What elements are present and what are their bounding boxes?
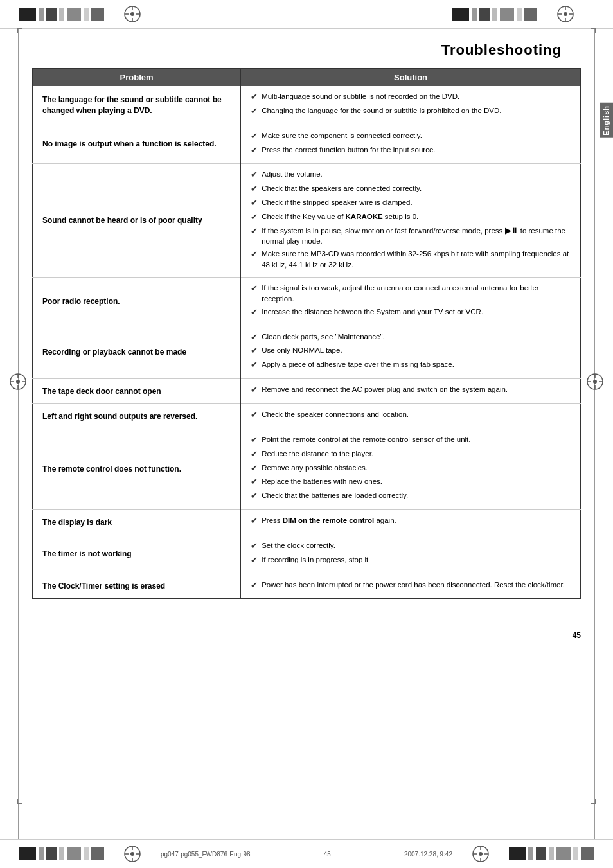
table-row: Left and right sound outputs are reverse…	[33, 404, 581, 429]
solution-text: Increase the distance between the System…	[262, 306, 483, 317]
table-row: Sound cannot be heard or is of poor qual…	[33, 164, 581, 278]
main-content: Troubleshooting Problem Solution The lan…	[0, 29, 613, 624]
compass-icon-middle-left	[9, 373, 27, 391]
corner-tl	[17, 28, 22, 33]
solution-cell-10: ✔Power has been interrupted or the power…	[241, 574, 581, 599]
btm-block-2	[39, 847, 44, 860]
solution-text: Apply a piece of adhesive tape over the …	[262, 359, 454, 370]
check-mark-icon: ✔	[251, 384, 258, 396]
problem-cell-10: The Clock/Timer setting is erased	[33, 574, 241, 599]
compass-icon-middle-right	[586, 373, 604, 391]
btm-block-3	[46, 847, 57, 860]
solution-text: Remove any possible obstacles.	[262, 463, 368, 474]
svg-point-1	[130, 12, 134, 16]
solution-item: ✔Increase the distance between the Syste…	[251, 306, 571, 319]
check-mark-icon: ✔	[251, 91, 258, 103]
solution-text: Reduce the distance to the player.	[262, 448, 373, 459]
solution-item: ✔Point the remote control at the remote …	[251, 434, 571, 447]
btm-block-r3	[536, 847, 546, 860]
btm-block-4	[59, 847, 64, 860]
solution-text: Set the clock correctly.	[262, 540, 335, 551]
btm-block-7	[91, 847, 104, 860]
table-row: The language for the sound or subtitle c…	[33, 86, 581, 125]
strip-block-r6	[517, 8, 522, 21]
solution-text: Check if the Key value of KARAOKE setup …	[262, 211, 418, 222]
check-mark-icon: ✔	[251, 183, 258, 195]
strip-block-4	[59, 8, 64, 21]
solution-text: If the signal is too weak, adjust the an…	[262, 283, 571, 304]
check-mark-icon: ✔	[251, 515, 258, 527]
solution-text: Check that the speakers are connected co…	[262, 183, 422, 194]
problem-cell-9: The timer is not working	[33, 535, 241, 574]
english-tab: English	[600, 103, 613, 138]
strip-blocks-left	[19, 8, 104, 21]
check-mark-icon: ✔	[251, 306, 258, 319]
check-mark-icon: ✔	[251, 283, 258, 295]
btm-block-r2	[528, 847, 533, 860]
check-mark-icon: ✔	[251, 197, 258, 209]
table-row: Recording or playback cannot be made✔Cle…	[33, 326, 581, 379]
check-mark-icon: ✔	[251, 409, 258, 421]
solution-text: Power has been interrupted or the power …	[262, 580, 565, 590]
table-header-solution: Solution	[241, 69, 581, 87]
check-mark-icon: ✔	[251, 448, 258, 461]
btm-block-r6	[573, 847, 578, 860]
strip-block-r1	[452, 8, 469, 21]
solution-text: Replace the batteries with new ones.	[262, 476, 382, 487]
btm-block-6	[84, 847, 89, 860]
table-header-problem: Problem	[33, 69, 241, 87]
svg-point-7	[564, 12, 567, 16]
solution-text: Check that the batteries are loaded corr…	[262, 490, 408, 501]
check-mark-icon: ✔	[251, 540, 258, 553]
footer-center: 45	[324, 851, 331, 858]
solution-item: ✔Set the clock correctly.	[251, 540, 571, 553]
solution-text: Point the remote control at the remote c…	[262, 434, 470, 445]
solution-text: Remove and reconnect the AC power plug a…	[262, 384, 508, 395]
bottom-strip-blocks-left	[19, 847, 104, 860]
solution-item: ✔Remove and reconnect the AC power plug …	[251, 384, 571, 396]
btm-block-r5	[556, 847, 571, 860]
solution-cell-1: ✔Make sure the component is connected co…	[241, 125, 581, 164]
problem-cell-8: The display is dark	[33, 510, 241, 535]
problem-cell-4: Recording or playback cannot be made	[33, 326, 241, 379]
solution-text: Make sure the component is connected cor…	[262, 130, 422, 141]
solution-item: ✔Apply a piece of adhesive tape over the…	[251, 359, 571, 371]
check-mark-icon: ✔	[251, 130, 258, 143]
solution-item: ✔Remove any possible obstacles.	[251, 463, 571, 475]
check-mark-icon: ✔	[251, 580, 258, 592]
solution-cell-0: ✔Multi-language sound or subtitle is not…	[241, 86, 581, 125]
table-row: The Clock/Timer setting is erased✔Power …	[33, 574, 581, 599]
solution-item: ✔Make sure the component is connected co…	[251, 130, 571, 143]
strip-block-2	[39, 8, 44, 21]
btm-block-5	[67, 847, 81, 860]
page-number: 45	[0, 624, 613, 643]
solution-item: ✔Press the correct function button for t…	[251, 145, 571, 157]
check-mark-icon: ✔	[251, 332, 258, 344]
solution-text: Changing the language for the sound or s…	[262, 105, 501, 116]
corner-br	[591, 799, 596, 804]
problem-cell-5: The tape deck door cannot open	[33, 379, 241, 404]
strip-block-5	[67, 8, 81, 21]
solution-cell-5: ✔Remove and reconnect the AC power plug …	[241, 379, 581, 404]
bottom-strip: pg047-pg055_FWD876-Eng-98 45 2007.12.28,…	[0, 839, 613, 868]
solution-item: ✔If recording is in progress, stop it	[251, 554, 571, 567]
check-mark-icon: ✔	[251, 463, 258, 475]
table-row: The timer is not working✔Set the clock c…	[33, 535, 581, 574]
strip-block-1	[19, 8, 36, 21]
compass-icon-left	[123, 5, 141, 23]
check-mark-icon: ✔	[251, 145, 258, 157]
problem-cell-6: Left and right sound outputs are reverse…	[33, 404, 241, 429]
solution-cell-7: ✔Point the remote control at the remote …	[241, 429, 581, 509]
solution-item: ✔Clean deck parts, see "Maintenance".	[251, 332, 571, 344]
check-mark-icon: ✔	[251, 211, 258, 224]
solution-cell-8: ✔Press DIM on the remote control again.	[241, 510, 581, 535]
bottom-strip-blocks-right	[509, 847, 594, 860]
troubleshoot-table: Problem Solution The language for the so…	[32, 68, 581, 599]
solution-text: If the system is in pause, slow motion o…	[262, 226, 571, 247]
solution-item: ✔Check that the batteries are loaded cor…	[251, 490, 571, 502]
corner-tr	[591, 28, 596, 33]
strip-block-r3	[479, 8, 490, 21]
corner-bl	[17, 799, 22, 804]
strip-blocks-right	[452, 8, 537, 21]
footer-left: pg047-pg055_FWD876-Eng-98	[161, 851, 251, 858]
